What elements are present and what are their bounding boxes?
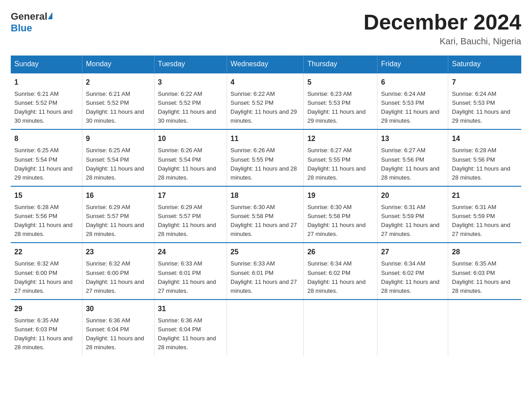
calendar-day-cell: 20Sunrise: 6:31 AMSunset: 5:59 PMDayligh…	[378, 186, 448, 243]
calendar-day-cell: 1Sunrise: 6:21 AMSunset: 5:52 PMDaylight…	[11, 73, 82, 130]
weekday-header-sunday: Sunday	[11, 56, 82, 73]
day-number: 22	[14, 247, 78, 257]
calendar-day-cell: 8Sunrise: 6:25 AMSunset: 5:54 PMDaylight…	[11, 129, 82, 186]
day-number: 15	[14, 190, 78, 201]
logo: General Blue	[11, 11, 53, 34]
day-number: 11	[231, 133, 300, 144]
day-info: Sunrise: 6:24 AMSunset: 5:53 PMDaylight:…	[381, 90, 444, 126]
day-number: 21	[452, 190, 518, 201]
day-info: Sunrise: 6:28 AMSunset: 5:56 PMDaylight:…	[452, 146, 518, 182]
weekday-header-thursday: Thursday	[304, 56, 378, 73]
day-number: 2	[86, 77, 150, 88]
calendar-day-cell: 25Sunrise: 6:33 AMSunset: 6:01 PMDayligh…	[227, 243, 304, 300]
day-info: Sunrise: 6:25 AMSunset: 5:54 PMDaylight:…	[14, 146, 78, 182]
day-number: 29	[14, 304, 78, 314]
day-info: Sunrise: 6:21 AMSunset: 5:52 PMDaylight:…	[86, 90, 150, 126]
calendar-day-cell: 2Sunrise: 6:21 AMSunset: 5:52 PMDaylight…	[82, 73, 154, 130]
day-info: Sunrise: 6:25 AMSunset: 5:54 PMDaylight:…	[86, 146, 150, 182]
calendar-day-cell: 23Sunrise: 6:32 AMSunset: 6:00 PMDayligh…	[82, 243, 154, 300]
calendar-day-cell: 18Sunrise: 6:30 AMSunset: 5:58 PMDayligh…	[227, 186, 304, 243]
day-number: 31	[158, 304, 223, 314]
day-info: Sunrise: 6:32 AMSunset: 6:00 PMDaylight:…	[86, 259, 150, 295]
calendar-day-cell: 29Sunrise: 6:35 AMSunset: 6:03 PMDayligh…	[11, 300, 82, 356]
day-info: Sunrise: 6:33 AMSunset: 6:01 PMDaylight:…	[158, 259, 223, 295]
calendar-week-row: 22Sunrise: 6:32 AMSunset: 6:00 PMDayligh…	[11, 243, 521, 300]
calendar-day-cell: 6Sunrise: 6:24 AMSunset: 5:53 PMDaylight…	[378, 73, 448, 130]
calendar-day-cell: 27Sunrise: 6:34 AMSunset: 6:02 PMDayligh…	[378, 243, 448, 300]
calendar-day-cell	[378, 300, 448, 356]
logo-triangle-icon	[48, 12, 52, 19]
calendar-day-cell: 30Sunrise: 6:36 AMSunset: 6:04 PMDayligh…	[82, 300, 154, 356]
title-area: December 2024 Kari, Bauchi, Nigeria	[364, 11, 521, 47]
calendar-day-cell: 12Sunrise: 6:27 AMSunset: 5:55 PMDayligh…	[304, 129, 378, 186]
day-number: 16	[86, 190, 150, 201]
day-number: 10	[158, 133, 223, 144]
day-number: 25	[231, 247, 300, 257]
day-info: Sunrise: 6:24 AMSunset: 5:53 PMDaylight:…	[452, 90, 518, 126]
location: Kari, Bauchi, Nigeria	[364, 36, 521, 47]
calendar-day-cell	[227, 300, 304, 356]
day-number: 3	[158, 77, 223, 88]
calendar-day-cell: 9Sunrise: 6:25 AMSunset: 5:54 PMDaylight…	[82, 129, 154, 186]
day-number: 12	[307, 133, 373, 144]
day-info: Sunrise: 6:26 AMSunset: 5:54 PMDaylight:…	[158, 146, 223, 182]
month-title: December 2024	[364, 11, 521, 34]
day-number: 1	[14, 77, 78, 88]
weekday-header-saturday: Saturday	[448, 56, 521, 73]
day-info: Sunrise: 6:28 AMSunset: 5:56 PMDaylight:…	[14, 203, 78, 239]
day-info: Sunrise: 6:29 AMSunset: 5:57 PMDaylight:…	[86, 203, 150, 239]
day-info: Sunrise: 6:35 AMSunset: 6:03 PMDaylight:…	[452, 259, 518, 295]
day-info: Sunrise: 6:34 AMSunset: 6:02 PMDaylight:…	[307, 259, 373, 295]
calendar-header-row: SundayMondayTuesdayWednesdayThursdayFrid…	[11, 56, 521, 73]
calendar-day-cell	[304, 300, 378, 356]
day-info: Sunrise: 6:27 AMSunset: 5:55 PMDaylight:…	[307, 146, 373, 182]
day-info: Sunrise: 6:34 AMSunset: 6:02 PMDaylight:…	[381, 259, 444, 295]
day-number: 24	[158, 247, 223, 257]
weekday-header-friday: Friday	[378, 56, 448, 73]
calendar-day-cell: 7Sunrise: 6:24 AMSunset: 5:53 PMDaylight…	[448, 73, 521, 130]
day-number: 6	[381, 77, 444, 88]
day-number: 13	[381, 133, 444, 144]
weekday-header-tuesday: Tuesday	[154, 56, 227, 73]
calendar-week-row: 29Sunrise: 6:35 AMSunset: 6:03 PMDayligh…	[11, 300, 521, 356]
day-number: 7	[452, 77, 518, 88]
day-number: 8	[14, 133, 78, 144]
calendar-day-cell: 10Sunrise: 6:26 AMSunset: 5:54 PMDayligh…	[154, 129, 227, 186]
calendar-day-cell: 31Sunrise: 6:36 AMSunset: 6:04 PMDayligh…	[154, 300, 227, 356]
day-number: 20	[381, 190, 444, 201]
day-info: Sunrise: 6:33 AMSunset: 6:01 PMDaylight:…	[231, 259, 300, 295]
calendar-day-cell: 17Sunrise: 6:29 AMSunset: 5:57 PMDayligh…	[154, 186, 227, 243]
calendar-day-cell: 5Sunrise: 6:23 AMSunset: 5:53 PMDaylight…	[304, 73, 378, 130]
day-number: 14	[452, 133, 518, 144]
logo-general-text: General	[11, 11, 47, 22]
calendar-day-cell: 4Sunrise: 6:22 AMSunset: 5:52 PMDaylight…	[227, 73, 304, 130]
day-info: Sunrise: 6:21 AMSunset: 5:52 PMDaylight:…	[14, 90, 78, 126]
calendar-table: SundayMondayTuesdayWednesdayThursdayFrid…	[11, 56, 521, 356]
calendar-day-cell	[448, 300, 521, 356]
day-number: 5	[307, 77, 373, 88]
day-number: 28	[452, 247, 518, 257]
day-info: Sunrise: 6:30 AMSunset: 5:58 PMDaylight:…	[231, 203, 300, 239]
day-number: 9	[86, 133, 150, 144]
day-number: 30	[86, 304, 150, 314]
calendar-day-cell: 11Sunrise: 6:26 AMSunset: 5:55 PMDayligh…	[227, 129, 304, 186]
calendar-day-cell: 14Sunrise: 6:28 AMSunset: 5:56 PMDayligh…	[448, 129, 521, 186]
day-number: 4	[231, 77, 300, 88]
day-info: Sunrise: 6:29 AMSunset: 5:57 PMDaylight:…	[158, 203, 223, 239]
day-info: Sunrise: 6:31 AMSunset: 5:59 PMDaylight:…	[452, 203, 518, 239]
logo-blue-text: Blue	[11, 22, 32, 34]
weekday-header-wednesday: Wednesday	[227, 56, 304, 73]
day-info: Sunrise: 6:36 AMSunset: 6:04 PMDaylight:…	[86, 316, 150, 352]
day-number: 19	[307, 190, 373, 201]
page-header: General Blue December 2024 Kari, Bauchi,…	[11, 11, 521, 47]
day-number: 18	[231, 190, 300, 201]
calendar-day-cell: 21Sunrise: 6:31 AMSunset: 5:59 PMDayligh…	[448, 186, 521, 243]
day-info: Sunrise: 6:27 AMSunset: 5:56 PMDaylight:…	[381, 146, 444, 182]
day-number: 17	[158, 190, 223, 201]
calendar-day-cell: 28Sunrise: 6:35 AMSunset: 6:03 PMDayligh…	[448, 243, 521, 300]
calendar-week-row: 15Sunrise: 6:28 AMSunset: 5:56 PMDayligh…	[11, 186, 521, 243]
calendar-day-cell: 26Sunrise: 6:34 AMSunset: 6:02 PMDayligh…	[304, 243, 378, 300]
day-info: Sunrise: 6:32 AMSunset: 6:00 PMDaylight:…	[14, 259, 78, 295]
day-info: Sunrise: 6:22 AMSunset: 5:52 PMDaylight:…	[231, 90, 300, 126]
day-info: Sunrise: 6:26 AMSunset: 5:55 PMDaylight:…	[231, 146, 300, 182]
